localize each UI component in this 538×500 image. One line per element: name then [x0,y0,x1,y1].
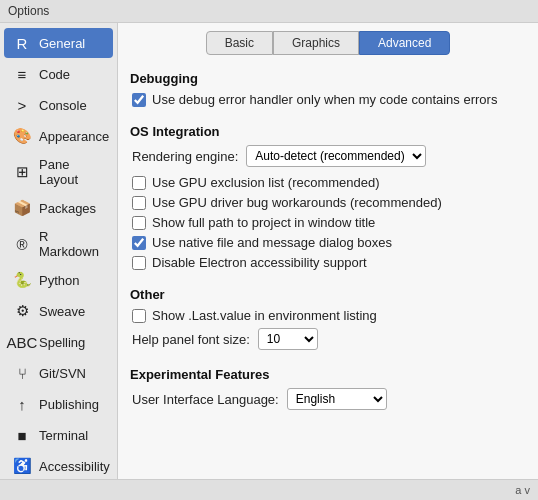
spelling-label: Spelling [39,335,85,350]
appearance-label: Appearance [39,129,109,144]
gpu-driver-row: Use GPU driver bug workarounds (recommen… [130,195,526,210]
debug-error-handler-row: Use debug error handler only when my cod… [130,92,526,107]
sidebar-item-publishing[interactable]: ↑Publishing [4,389,113,419]
pane-layout-label: Pane Layout [39,157,105,187]
accessibility-icon: ♿ [12,456,32,476]
show-last-value-row: Show .Last.value in environment listing [130,308,526,323]
electron-accessibility-row: Disable Electron accessibility support [130,255,526,270]
window-title: Options [8,4,49,18]
options-window: Options RGeneral≡Code>Console🎨Appearance… [0,0,538,500]
rmarkdown-label: R Markdown [39,229,105,259]
gpu-driver-checkbox[interactable] [132,196,146,210]
full-path-text: Show full path to project in window titl… [152,215,375,230]
rendering-row: Rendering engine: Auto-detect (recommend… [130,145,526,167]
sidebar-item-code[interactable]: ≡Code [4,59,113,89]
sidebar-item-general[interactable]: RGeneral [4,28,113,58]
other-title: Other [130,287,526,302]
debug-error-handler-checkbox[interactable] [132,93,146,107]
code-icon: ≡ [12,64,32,84]
native-dialog-text: Use native file and message dialog boxes [152,235,392,250]
native-dialog-label[interactable]: Use native file and message dialog boxes [132,235,392,250]
lang-row: User Interface Language: English French … [130,388,526,410]
full-path-row: Show full path to project in window titl… [130,215,526,230]
electron-accessibility-text: Disable Electron accessibility support [152,255,367,270]
content-area: RGeneral≡Code>Console🎨Appearance⊞Pane La… [0,23,538,479]
terminal-icon: ■ [12,425,32,445]
bottom-bar: a v [0,479,538,500]
terminal-label: Terminal [39,428,88,443]
python-label: Python [39,273,79,288]
native-dialog-row: Use native file and message dialog boxes [130,235,526,250]
sidebar-item-gitsvn[interactable]: ⑂Git/SVN [4,358,113,388]
sidebar-item-terminal[interactable]: ■Terminal [4,420,113,450]
python-icon: 🐍 [12,270,32,290]
spelling-icon: ABC [12,332,32,352]
sidebar-item-accessibility[interactable]: ♿Accessibility [4,451,113,479]
publishing-label: Publishing [39,397,99,412]
gitsvn-icon: ⑂ [12,363,32,383]
sidebar-item-rmarkdown[interactable]: ®R Markdown [4,224,113,264]
publishing-icon: ↑ [12,394,32,414]
electron-accessibility-checkbox[interactable] [132,256,146,270]
tab-graphics[interactable]: Graphics [273,31,359,55]
show-last-value-text: Show .Last.value in environment listing [152,308,377,323]
code-label: Code [39,67,70,82]
gitsvn-label: Git/SVN [39,366,86,381]
rendering-label: Rendering engine: [132,149,238,164]
accessibility-label: Accessibility [39,459,110,474]
os-integration-title: OS Integration [130,124,526,139]
help-font-select[interactable]: 8 9 10 11 12 14 [258,328,318,350]
debug-error-handler-label[interactable]: Use debug error handler only when my cod… [132,92,497,107]
lang-label: User Interface Language: [132,392,279,407]
gpu-exclusion-checkbox[interactable] [132,176,146,190]
show-last-value-label[interactable]: Show .Last.value in environment listing [132,308,377,323]
sidebar-item-console[interactable]: >Console [4,90,113,120]
tab-basic[interactable]: Basic [206,31,273,55]
packages-label: Packages [39,201,96,216]
rendering-select[interactable]: Auto-detect (recommended) Desktop OpenGL… [246,145,426,167]
show-last-value-checkbox[interactable] [132,309,146,323]
tabs-bar: Basic Graphics Advanced [130,31,526,55]
pane-layout-icon: ⊞ [12,162,32,182]
full-path-label[interactable]: Show full path to project in window titl… [132,215,375,230]
sidebar: RGeneral≡Code>Console🎨Appearance⊞Pane La… [0,23,118,479]
rmarkdown-icon: ® [12,234,32,254]
sidebar-item-spelling[interactable]: ABCSpelling [4,327,113,357]
debug-error-handler-text: Use debug error handler only when my cod… [152,92,497,107]
help-font-row: Help panel font size: 8 9 10 11 12 14 [130,328,526,350]
title-bar: Options [0,0,538,23]
console-label: Console [39,98,87,113]
experimental-title: Experimental Features [130,367,526,382]
debugging-title: Debugging [130,71,526,86]
gpu-exclusion-row: Use GPU exclusion list (recommended) [130,175,526,190]
help-font-label: Help panel font size: [132,332,250,347]
gpu-driver-text: Use GPU driver bug workarounds (recommen… [152,195,442,210]
native-dialog-checkbox[interactable] [132,236,146,250]
sidebar-item-packages[interactable]: 📦Packages [4,193,113,223]
sidebar-item-pane-layout[interactable]: ⊞Pane Layout [4,152,113,192]
electron-accessibility-label[interactable]: Disable Electron accessibility support [132,255,367,270]
full-path-checkbox[interactable] [132,216,146,230]
sidebar-item-appearance[interactable]: 🎨Appearance [4,121,113,151]
gpu-exclusion-text: Use GPU exclusion list (recommended) [152,175,380,190]
sidebar-item-python[interactable]: 🐍Python [4,265,113,295]
packages-icon: 📦 [12,198,32,218]
main-panel: Basic Graphics Advanced Debugging Use de… [118,23,538,479]
lang-select[interactable]: English French German Spanish Japanese K… [287,388,387,410]
general-label: General [39,36,85,51]
sidebar-item-sweave[interactable]: ⚙Sweave [4,296,113,326]
appearance-icon: 🎨 [12,126,32,146]
console-icon: > [12,95,32,115]
gpu-driver-label[interactable]: Use GPU driver bug workarounds (recommen… [132,195,442,210]
sweave-icon: ⚙ [12,301,32,321]
sweave-label: Sweave [39,304,85,319]
bottom-label: a v [515,484,530,496]
gpu-exclusion-label[interactable]: Use GPU exclusion list (recommended) [132,175,380,190]
general-icon: R [12,33,32,53]
tab-advanced[interactable]: Advanced [359,31,450,55]
